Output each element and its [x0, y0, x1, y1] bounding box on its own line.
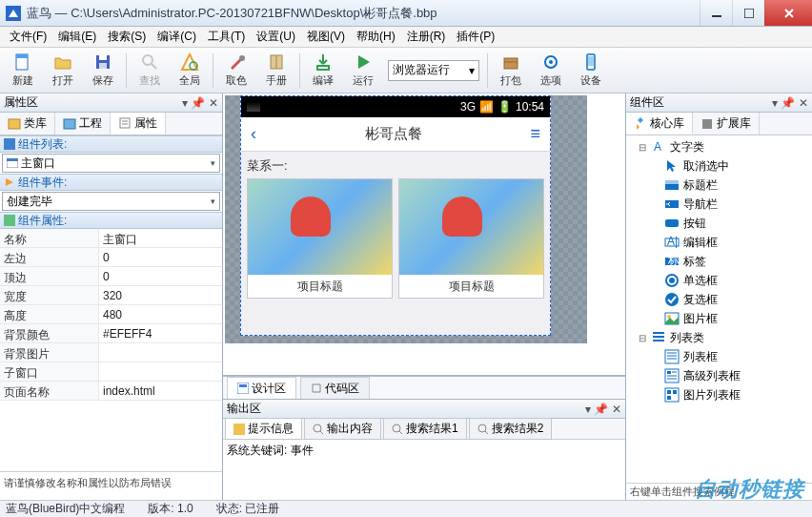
panel-pin-icon[interactable]: ▾ 📌 [772, 96, 795, 110]
manual-button[interactable]: 手册 [257, 50, 295, 92]
menu-tools[interactable]: 工具(T) [202, 26, 251, 48]
menu-compile[interactable]: 编译(C) [152, 26, 202, 48]
tab-code[interactable]: 代码区 [300, 377, 370, 400]
tree-item-label: 按钮 [683, 216, 706, 232]
tree-item-text[interactable]: ⊟A文字类 [630, 137, 808, 156]
tab-search2[interactable]: 搜索结果2 [469, 418, 553, 440]
tree-item-label[interactable]: 标标签 [630, 252, 808, 271]
output-body[interactable]: 系统关键词: 事件 [223, 440, 625, 500]
property-row[interactable]: 左边0 [0, 248, 222, 267]
menu-edit[interactable]: 编辑(E) [52, 26, 102, 48]
prop-value[interactable]: 480 [99, 305, 222, 323]
prop-value[interactable]: #EFEFF4 [99, 324, 222, 342]
panel-close-icon[interactable]: ✕ [209, 96, 218, 110]
tab-hint[interactable]: 提示信息 [225, 418, 302, 440]
pick-color-button[interactable]: 取色 [217, 50, 255, 92]
svg-rect-21 [4, 138, 15, 150]
panel-close-icon[interactable]: ✕ [799, 96, 808, 110]
property-row[interactable]: 顶边0 [0, 267, 222, 286]
find-button[interactable]: 查找 [131, 50, 169, 92]
property-row[interactable]: 高度480 [0, 305, 222, 324]
tree-item-label: 图片框 [683, 311, 718, 327]
tree-item-edit[interactable]: A|编辑框 [630, 233, 808, 252]
prop-key: 左边 [0, 248, 99, 266]
run-mode-combo[interactable]: 浏览器运行▾ [388, 60, 479, 81]
device-button[interactable]: 设备 [572, 50, 610, 92]
main-window-combo[interactable]: 主窗口▾ [2, 154, 220, 173]
global-button[interactable]: 全局 [171, 50, 209, 92]
tree-item-check[interactable]: 复选框 [630, 290, 808, 309]
panel-close-icon[interactable]: ✕ [612, 403, 621, 416]
menu-help[interactable]: 帮助(H) [351, 26, 401, 48]
prop-value[interactable]: 主窗口 [99, 229, 222, 247]
tab-search1[interactable]: 搜索结果1 [383, 418, 467, 440]
new-button[interactable]: 新建 [4, 50, 42, 92]
menu-search[interactable]: 搜索(S) [102, 26, 152, 48]
svg-point-8 [143, 55, 152, 65]
run-button[interactable]: 运行 [344, 50, 382, 92]
tab-properties[interactable]: 属性 [111, 113, 166, 134]
prop-value[interactable] [99, 343, 222, 362]
menu-view[interactable]: 视图(V) [301, 26, 351, 48]
property-row[interactable]: 背景颜色#EFEFF4 [0, 324, 222, 343]
tab-core-lib[interactable]: 核心库 [626, 113, 693, 134]
prop-value[interactable]: 0 [99, 248, 222, 266]
prop-value[interactable] [99, 362, 222, 381]
tree-item-listbox[interactable]: 列表框 [630, 347, 808, 366]
property-row[interactable]: 名称主窗口 [0, 229, 222, 248]
item-card[interactable]: 项目标题 [247, 178, 393, 299]
item-card[interactable]: 项目标题 [398, 178, 544, 299]
property-row[interactable]: 背景图片 [0, 343, 222, 362]
property-row[interactable]: 宽度320 [0, 286, 222, 305]
svg-text:A|: A| [667, 235, 678, 248]
tab-design[interactable]: 设计区 [227, 377, 296, 400]
keyboard-icon [247, 102, 260, 112]
property-row[interactable]: 子窗口 [0, 362, 222, 382]
center-area: 3G 📶 🔋 10:54 ‹ 彬哥点餐 ≡ 菜系一: 项目标题 项目标题 [223, 93, 625, 500]
section-component-event: 组件事件: [18, 175, 67, 191]
tab-ext-lib[interactable]: 扩展库 [693, 113, 760, 134]
tree-item-titlebar[interactable]: 标题栏 [630, 176, 808, 195]
panel-pin-icon[interactable]: ▾ 📌 [182, 96, 205, 110]
close-button[interactable] [764, 0, 812, 26]
tree-expander-icon[interactable]: ⊟ [638, 142, 647, 153]
menu-plugins[interactable]: 插件(P) [451, 26, 500, 48]
svg-rect-25 [237, 383, 249, 394]
prop-value[interactable]: 0 [99, 267, 222, 285]
tree-item-list[interactable]: ⊟列表类 [630, 328, 808, 347]
tree-item-image[interactable]: 图片框 [630, 309, 808, 328]
compile-button[interactable]: 编译 [304, 50, 342, 92]
tree-item-label: 列表框 [683, 349, 718, 365]
menu-settings[interactable]: 设置(U) [251, 26, 301, 48]
tree-item-cursor[interactable]: 取消选中 [630, 156, 808, 176]
tree-item-imglist[interactable]: 图片列表框 [630, 385, 808, 404]
tree-item-radio[interactable]: 单选框 [630, 271, 808, 290]
status-state: 已注册 [245, 502, 279, 515]
battery-icon: 🔋 [497, 100, 512, 114]
tree-item-advlist[interactable]: 高级列表框 [630, 366, 808, 385]
tab-library[interactable]: 类库 [0, 113, 55, 134]
save-button[interactable]: 保存 [84, 50, 122, 92]
options-button[interactable]: 选项 [532, 50, 570, 92]
prop-value[interactable]: index.html [99, 382, 222, 400]
properties-panel-title: 属性区 [4, 94, 38, 111]
property-row[interactable]: 页面名称index.html [0, 382, 222, 401]
menu-register[interactable]: 注册(R) [401, 26, 452, 48]
tree-item-button[interactable]: 按钮 [630, 214, 808, 233]
prop-key: 背景颜色 [0, 324, 99, 342]
minimize-button[interactable] [700, 0, 732, 26]
hamburger-icon[interactable]: ≡ [530, 124, 540, 144]
prop-value[interactable]: 320 [99, 286, 222, 304]
pack-button[interactable]: 打包 [492, 50, 530, 92]
design-canvas[interactable]: 3G 📶 🔋 10:54 ‹ 彬哥点餐 ≡ 菜系一: 项目标题 项目标题 [223, 93, 625, 376]
panel-pin-icon[interactable]: ▾ 📌 [585, 403, 608, 416]
tab-output-content[interactable]: 输出内容 [304, 418, 381, 440]
phone-preview[interactable]: 3G 📶 🔋 10:54 ‹ 彬哥点餐 ≡ 菜系一: 项目标题 项目标题 [240, 95, 551, 336]
event-combo[interactable]: 创建完毕▾ [2, 192, 220, 211]
tree-item-navbar[interactable]: 导航栏 [630, 195, 808, 214]
menu-file[interactable]: 文件(F) [4, 26, 52, 48]
tab-project[interactable]: 工程 [55, 113, 111, 134]
maximize-button[interactable] [732, 0, 764, 26]
open-button[interactable]: 打开 [44, 50, 82, 92]
tree-expander-icon[interactable]: ⊟ [638, 333, 647, 343]
